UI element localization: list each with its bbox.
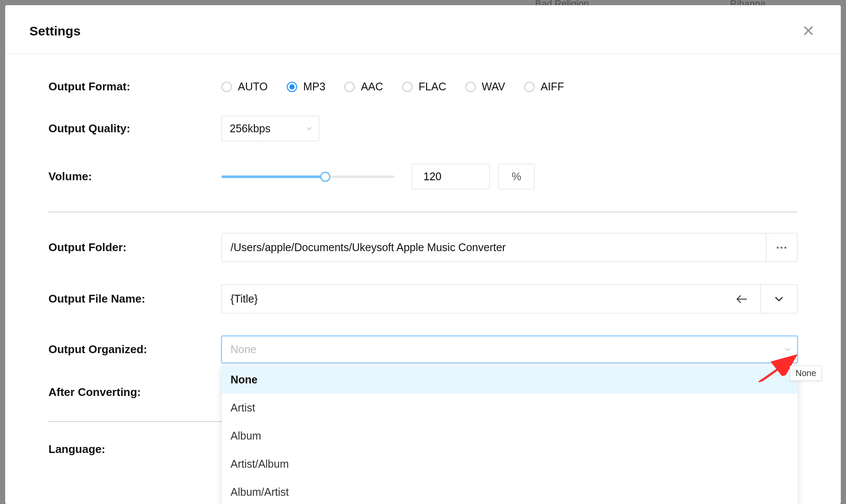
- output-organized-placeholder: None: [231, 343, 256, 355]
- radio-label: FLAC: [419, 80, 446, 93]
- output-format-controls: AUTOMP3AACFLACWAVAIFF: [221, 80, 798, 93]
- output-folder-wrap: /Users/apple/Documents/Ukeysoft Apple Mu…: [221, 233, 798, 262]
- row-output-quality: Output Quality: 256kbps: [48, 116, 798, 141]
- output-quality-value: 256kbps: [230, 122, 271, 134]
- volume-input[interactable]: 120: [412, 164, 490, 189]
- settings-modal: Settings ✕ Output Format: AUTOMP3AACFLAC…: [5, 5, 841, 504]
- volume-slider-fill: [221, 175, 325, 178]
- row-output-organized: Output Organized: None None NoneArtistAl…: [48, 336, 798, 363]
- label-output-file-name: Output File Name:: [48, 292, 221, 306]
- radio-circle-icon: [524, 82, 535, 92]
- row-volume: Volume: 120 %: [48, 164, 798, 189]
- radio-circle-icon: [465, 82, 476, 92]
- output-folder-input[interactable]: /Users/apple/Documents/Ukeysoft Apple Mu…: [221, 233, 766, 262]
- radio-option-aiff[interactable]: AIFF: [524, 80, 564, 93]
- output-organized-select[interactable]: None: [221, 336, 798, 363]
- radio-circle-icon: [344, 82, 355, 92]
- dropdown-item[interactable]: Album/Artist: [222, 478, 798, 504]
- label-after-converting: After Converting:: [48, 386, 221, 399]
- volume-slider-thumb[interactable]: [320, 172, 330, 182]
- radio-label: AAC: [361, 80, 383, 93]
- radio-circle-icon: [287, 82, 297, 92]
- divider: [48, 212, 798, 212]
- output-quality-controls: 256kbps: [221, 116, 798, 141]
- volume-unit: %: [498, 164, 535, 189]
- dropdown-item[interactable]: Artist: [222, 394, 798, 422]
- output-quality-select[interactable]: 256kbps: [221, 116, 319, 141]
- radio-option-flac[interactable]: FLAC: [402, 80, 446, 93]
- file-name-dropdown-button[interactable]: [760, 284, 798, 313]
- modal-header: Settings ✕: [5, 5, 841, 54]
- modal-body: Output Format: AUTOMP3AACFLACWAVAIFF Out…: [5, 54, 841, 504]
- browse-folder-button[interactable]: ···: [766, 233, 798, 262]
- output-format-radio-group: AUTOMP3AACFLACWAVAIFF: [221, 80, 564, 93]
- row-output-file-name: Output File Name: {Title}: [48, 284, 798, 313]
- radio-label: MP3: [303, 80, 325, 93]
- label-language: Language:: [48, 443, 221, 456]
- radio-label: AIFF: [541, 80, 564, 93]
- close-button[interactable]: ✕: [800, 22, 817, 41]
- output-file-name-wrap: {Title}: [221, 284, 798, 313]
- volume-controls: 120 %: [221, 164, 798, 189]
- radio-option-wav[interactable]: WAV: [465, 80, 505, 93]
- dropdown-item[interactable]: Album: [222, 422, 798, 450]
- arrow-left-icon[interactable]: [732, 295, 752, 303]
- output-file-name-input[interactable]: {Title}: [221, 284, 760, 313]
- output-organized-dropdown: NoneArtistAlbumArtist/AlbumAlbum/Artist: [222, 366, 798, 504]
- label-volume: Volume:: [48, 170, 221, 183]
- output-file-name-value: {Title}: [231, 293, 258, 305]
- row-output-folder: Output Folder: /Users/apple/Documents/Uk…: [48, 233, 798, 262]
- chevron-down-icon: [784, 346, 791, 353]
- radio-option-aac[interactable]: AAC: [344, 80, 383, 93]
- label-output-folder: Output Folder:: [48, 241, 221, 254]
- volume-slider[interactable]: [221, 175, 394, 178]
- radio-circle-icon: [402, 82, 413, 92]
- radio-option-mp3[interactable]: MP3: [287, 80, 325, 93]
- label-output-quality: Output Quality:: [48, 122, 221, 135]
- radio-circle-icon: [221, 82, 232, 92]
- radio-label: WAV: [482, 80, 505, 93]
- row-output-format: Output Format: AUTOMP3AACFLACWAVAIFF: [48, 80, 798, 93]
- dropdown-item[interactable]: None: [222, 366, 798, 394]
- chevron-down-icon: [306, 125, 313, 132]
- chevron-down-icon: [775, 295, 783, 303]
- label-output-organized: Output Organized:: [48, 343, 221, 356]
- radio-label: AUTO: [238, 80, 268, 93]
- label-output-format: Output Format:: [48, 80, 221, 93]
- tooltip: None: [790, 366, 822, 381]
- radio-option-auto[interactable]: AUTO: [221, 80, 268, 93]
- dropdown-item[interactable]: Artist/Album: [222, 450, 798, 478]
- modal-title: Settings: [29, 24, 80, 38]
